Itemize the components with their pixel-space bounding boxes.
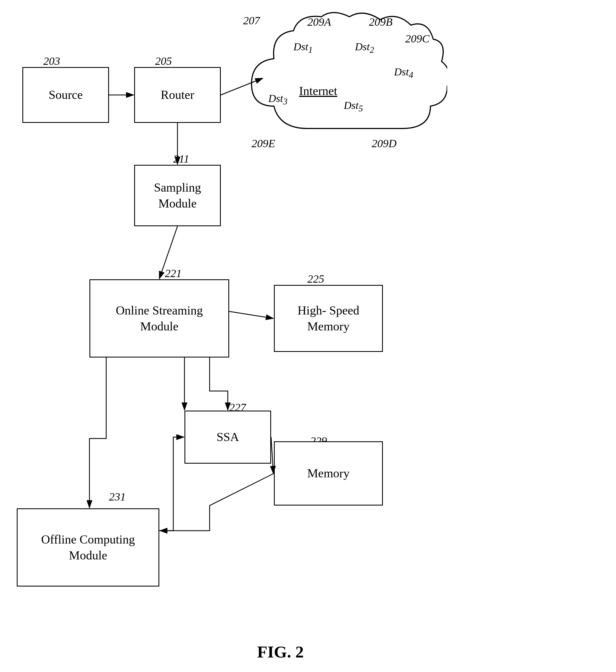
ref-231: 231 <box>109 490 126 503</box>
ref-207: 207 <box>243 14 260 27</box>
offline-box: Offline Computing Module <box>17 508 159 587</box>
ref-203: 203 <box>43 54 60 68</box>
ref-209b: 209B <box>369 15 393 28</box>
internet-label: Internet <box>299 84 337 98</box>
ssa-box: SSA <box>184 411 271 464</box>
ref-209c: 209C <box>405 32 430 45</box>
ref-209e: 209E <box>251 137 275 150</box>
ref-221: 221 <box>165 267 182 280</box>
dst4-label: Dst4 <box>394 66 413 80</box>
ref-225: 225 <box>307 272 324 285</box>
ref-211: 211 <box>173 152 189 165</box>
ref-209d: 209D <box>372 137 397 150</box>
ref-209a: 209A <box>307 15 331 28</box>
dst2-label: Dst2 <box>355 40 374 55</box>
diagram: 203 205 211 221 225 227 229 231 Source R… <box>0 0 616 672</box>
svg-line-5 <box>229 311 273 318</box>
fig-label: FIG. 2 <box>257 642 304 662</box>
dst5-label: Dst5 <box>344 99 363 114</box>
svg-line-6 <box>271 437 273 473</box>
router-box: Router <box>134 67 221 123</box>
online-box: Online Streaming Module <box>89 279 229 358</box>
sampling-box: Sampling Module <box>134 165 221 226</box>
dst3-label: Dst3 <box>268 92 287 107</box>
source-box: Source <box>22 67 109 123</box>
dst1-label: Dst1 <box>293 40 313 55</box>
ref-205: 205 <box>155 54 172 68</box>
memory-box: Memory <box>274 441 383 506</box>
highspeed-box: High- Speed Memory <box>274 285 383 352</box>
